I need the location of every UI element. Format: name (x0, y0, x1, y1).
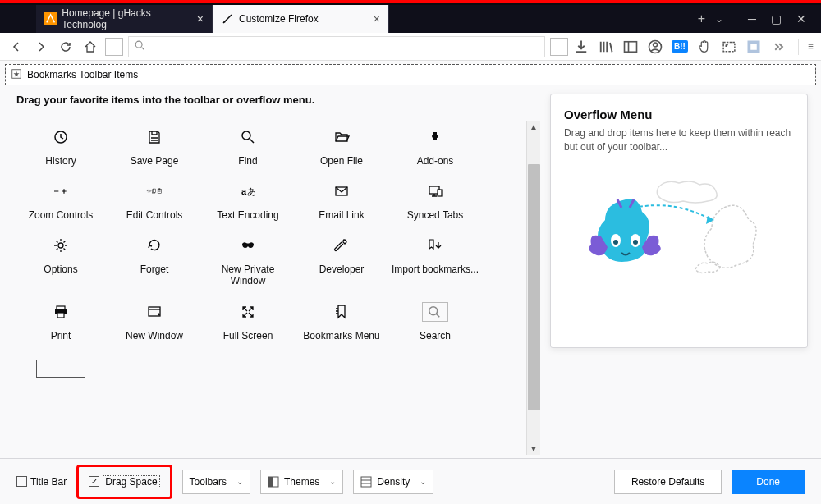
import-icon (422, 232, 448, 259)
chevron-down-icon: ⌄ (329, 477, 336, 486)
identity-box[interactable] (105, 38, 123, 56)
overflow-panel: Overflow Menu Drag and drop items here t… (550, 94, 808, 348)
customize-instruction: Drag your favorite items into the toolba… (16, 94, 540, 106)
tile-import-bookmarks[interactable]: Import bookmarks... (391, 229, 479, 291)
tile-edit[interactable]: Edit Controls (110, 175, 199, 224)
toolbars-dropdown[interactable]: Toolbars ⌄ (182, 470, 250, 494)
history-icon (48, 124, 74, 150)
close-window-icon[interactable]: ✕ (796, 12, 806, 25)
restore-defaults-button[interactable]: Restore Defaults (614, 470, 722, 494)
forget-icon (141, 232, 167, 259)
svg-rect-2 (625, 41, 637, 52)
svg-point-30 (633, 240, 638, 245)
tile-synced-tabs[interactable]: Synced Tabs (391, 175, 479, 224)
account-icon[interactable] (647, 39, 663, 55)
overflow-illustration (564, 171, 794, 294)
hand-icon[interactable] (696, 39, 713, 55)
extension-icon[interactable] (745, 39, 762, 55)
wrench-icon (328, 232, 355, 259)
minimize-icon[interactable]: ─ (748, 12, 756, 25)
library-icon[interactable] (598, 39, 614, 55)
bookmarks-toolbar[interactable]: Bookmarks Toolbar Items (5, 64, 816, 85)
close-icon[interactable]: × (374, 12, 380, 25)
edit-icon (135, 178, 174, 204)
open-file-icon (328, 124, 355, 150)
tile-flexible-space[interactable] (16, 350, 105, 381)
tile-email-link[interactable]: Email Link (297, 175, 386, 224)
dragspace-checkbox[interactable]: ✓ Drag Space (89, 475, 159, 488)
blue-badge-icon[interactable]: B!! (672, 39, 688, 55)
close-icon[interactable]: × (197, 12, 204, 25)
tab-customize[interactable]: Customize Firefox × (213, 5, 389, 33)
tile-find[interactable]: Find (204, 121, 292, 170)
home-icon[interactable] (80, 37, 100, 57)
tile-bookmarks-menu[interactable]: Bookmarks Menu (297, 296, 386, 345)
tile-forget[interactable]: Forget (110, 229, 199, 291)
new-tab-icon[interactable]: + (698, 11, 705, 26)
tile-history[interactable]: History (16, 121, 105, 170)
bookmarks-menu-icon (328, 299, 355, 325)
scroll-up-icon[interactable]: ▲ (528, 121, 539, 133)
maximize-icon[interactable]: ▢ (771, 12, 782, 25)
tile-print[interactable]: Print (16, 296, 105, 345)
tile-developer[interactable]: Developer (297, 229, 386, 291)
tile-private-window[interactable]: New Private Window (204, 229, 292, 291)
checkbox-unchecked-icon (16, 476, 27, 487)
tile-zoom[interactable]: Zoom Controls (16, 175, 105, 224)
svg-rect-23 (57, 313, 64, 318)
mask-icon (235, 232, 261, 259)
tile-search[interactable]: Search (391, 296, 479, 345)
tile-new-window[interactable]: New Window (110, 296, 199, 345)
svg-point-5 (654, 43, 658, 47)
overflow-chevron-icon[interactable] (770, 39, 787, 55)
tile-text-encoding[interactable]: aあText Encoding (204, 175, 292, 224)
back-icon[interactable] (7, 37, 26, 57)
tile-options[interactable]: Options (16, 229, 105, 291)
search-box-icon (422, 299, 448, 325)
gear-icon (48, 232, 74, 259)
tile-fullscreen[interactable]: Full Screen (204, 296, 292, 345)
hamburger-icon[interactable] (798, 39, 814, 55)
overflow-title: Overflow Menu (564, 108, 794, 121)
svg-point-20 (58, 243, 63, 248)
nav-toolbar: B!! (0, 33, 821, 61)
scroll-thumb[interactable] (528, 164, 540, 410)
new-window-icon (141, 299, 167, 325)
screenshot-icon[interactable] (721, 39, 737, 55)
downloads-icon[interactable] (573, 39, 589, 55)
density-dropdown[interactable]: Density ⌄ (353, 470, 433, 494)
tabs-dropdown-icon[interactable]: ⌄ (715, 13, 723, 25)
tile-save-page[interactable]: Save Page (110, 121, 199, 170)
search-icon (134, 39, 145, 54)
url-bar[interactable] (128, 36, 545, 57)
svg-point-26 (429, 307, 438, 315)
titlebar-checkbox[interactable]: Title Bar (16, 476, 67, 488)
svg-rect-19 (438, 190, 442, 196)
zoom-icon (48, 178, 74, 204)
chevron-down-icon: ⌄ (420, 477, 426, 486)
chevron-down-icon: ⌄ (236, 477, 243, 486)
customize-footer: Title Bar ✓ Drag Space Toolbars ⌄ Themes… (0, 458, 821, 504)
themes-dropdown[interactable]: Themes ⌄ (260, 470, 343, 494)
svg-rect-32 (268, 477, 273, 487)
bookmarks-star-icon (11, 68, 22, 82)
tile-addons[interactable]: Add-ons (391, 121, 479, 170)
svg-rect-13 (153, 189, 155, 192)
sidebar-icon[interactable] (622, 39, 639, 55)
find-icon (235, 124, 261, 150)
reload-icon[interactable] (56, 37, 76, 57)
svg-text:a: a (241, 186, 247, 196)
tile-open-file[interactable]: Open File (297, 121, 386, 170)
tab-ghacks[interactable]: Homepage | gHacks Technolog × (36, 5, 213, 33)
done-button[interactable]: Done (732, 470, 805, 494)
palette-scrollbar[interactable]: ▲ ▼ (526, 121, 540, 455)
checkbox-checked-icon: ✓ (89, 476, 99, 487)
scroll-down-icon[interactable]: ▼ (528, 442, 539, 455)
svg-rect-21 (57, 306, 65, 309)
synced-tabs-icon (422, 178, 448, 204)
page-action-box[interactable] (550, 38, 568, 56)
tabstrip-controls: + ⌄ (688, 5, 733, 33)
forward-icon[interactable] (31, 37, 51, 57)
density-icon (360, 476, 372, 488)
fullscreen-icon (235, 299, 261, 325)
